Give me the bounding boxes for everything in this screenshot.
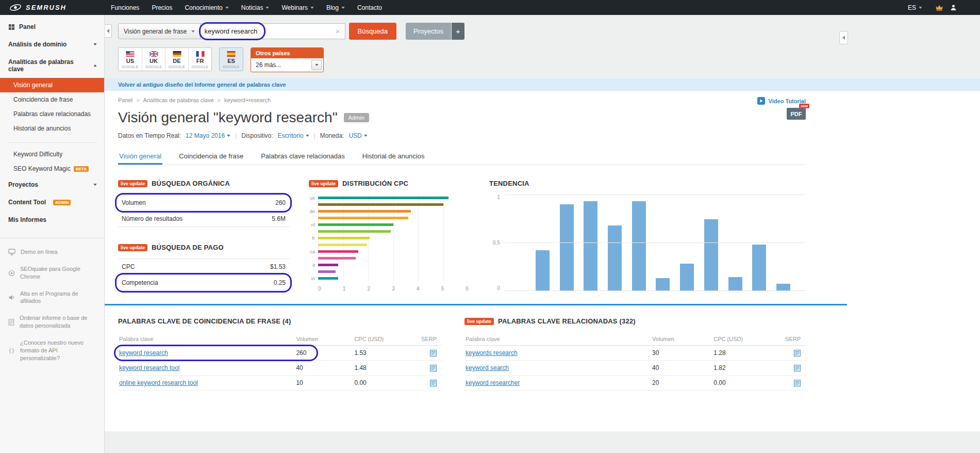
serp-icon[interactable] (794, 380, 801, 386)
sidebar-item-seo-keyword-magic[interactable]: SEO Keyword MagicBETA (0, 161, 104, 176)
navbar-item-precios[interactable]: Precios (145, 0, 178, 15)
old-design-link[interactable]: Volver al antiguo diseño del Informe gen… (118, 82, 286, 88)
cpc-chart-row (309, 268, 469, 275)
user-icon[interactable] (950, 4, 957, 11)
caret-down-icon (93, 43, 97, 45)
add-project-button[interactable]: + (452, 23, 464, 40)
keyword-link[interactable]: keyword research tool (119, 364, 179, 371)
navbar-item-blog[interactable]: Blog (320, 0, 351, 15)
currency-select[interactable]: USD (348, 132, 367, 139)
keyword-cell: online keyword research tool (118, 379, 296, 386)
navbar-item-noticias[interactable]: Noticias (235, 0, 276, 15)
serp-icon[interactable] (794, 365, 801, 371)
separator: | (314, 132, 315, 139)
crown-icon[interactable] (935, 5, 943, 11)
right-panel-collapse-button[interactable] (839, 31, 848, 44)
navbar-item-webinars[interactable]: Webinars (275, 0, 320, 15)
search-button[interactable]: Búsqueda (349, 23, 397, 40)
navbar-right: ES (902, 4, 980, 11)
navbar-item-label: Conocimiento (185, 4, 222, 11)
live-update-badge: live update (309, 180, 338, 187)
stat-value: 0.25 (274, 279, 286, 286)
country-tab-uk[interactable]: UKGOOGLE (142, 48, 165, 71)
sidebar-item-analisis-de-dominio[interactable]: Análisis de dominio (0, 36, 104, 53)
navbar-item-funciones[interactable]: Funciones (105, 0, 145, 15)
sidebar-item-mis-informes[interactable]: Mis Informes (0, 211, 104, 229)
chevron-down-icon (191, 30, 195, 33)
serp-icon[interactable] (430, 365, 437, 371)
cpc-chart: usdenlfrcaitin 0123456 (309, 195, 469, 292)
keyword-link[interactable]: online keyword research tool (119, 379, 198, 386)
sidebar-item-seoquake-para-google-chrome[interactable]: SEOquake para Google Chrome (0, 261, 104, 285)
semrush-logo[interactable]: SEMRUSH (9, 4, 105, 11)
report-type-select[interactable]: Visión general de frase (118, 23, 201, 39)
sidebar-item-demo-en-linea[interactable]: Demo en línea (0, 244, 104, 261)
breadcrumb-item-keyword-research: keyword+research (224, 97, 271, 103)
tab-palabras-clave-relacionadas[interactable]: Palabras clave relacionadas (260, 148, 346, 165)
navbar-item-conocimiento[interactable]: Conocimiento (178, 0, 235, 15)
cpc-chart-row: ca (309, 248, 469, 255)
tab-historial-de-anuncios[interactable]: Historial de anuncios (361, 148, 426, 165)
breadcrumb-item-panel[interactable]: Panel (118, 97, 132, 103)
sidebar-item-alta-en-el-programa-de-afiliados[interactable]: Alta en el Programa de afiliados (0, 285, 104, 310)
sidebar-item-proyectos[interactable]: Proyectos (0, 176, 104, 193)
keyword-link[interactable]: keyword research (119, 349, 168, 357)
date-value: 12 Mayo 2016 (186, 132, 225, 139)
trend-y-tick: 1 (497, 195, 500, 200)
breadcrumb-item-analiticas-de-palabras-clave[interactable]: Analíticas de palabras clave (143, 97, 214, 103)
tab-coincidencia-de-frase[interactable]: Coincidencia de frase (178, 148, 244, 165)
sidebar-item-panel[interactable]: Panel (0, 18, 104, 36)
trend-bar (632, 201, 646, 290)
navbar-item-contacto[interactable]: Contacto (351, 0, 388, 15)
cpc-row-label: in (309, 276, 318, 281)
cpc-bar (318, 223, 393, 226)
projects-button[interactable]: Proyectos (406, 23, 451, 40)
language-selector[interactable]: ES (902, 4, 928, 11)
date-select[interactable]: 12 Mayo 2016 (186, 132, 230, 139)
country-tab-fr[interactable]: FRGOOGLE (188, 48, 211, 71)
sidebar-item-keyword-difficulty[interactable]: Keyword Difficulty (0, 147, 104, 161)
clear-search-icon[interactable]: × (331, 27, 345, 36)
pdf-export-button[interactable]: PDF new (787, 108, 806, 120)
country-tab-es[interactable]: ESGOOGLE (220, 48, 243, 71)
sidebar-item-conoces-nuestro-nuevo-formato-de-api-personalizable[interactable]: {}¿Conoces nuestro nuevo formato de API … (0, 334, 104, 367)
device-label: Dispositivo: (241, 132, 273, 139)
paid-search-section: live update BÚSQUEDA DE PAGO CPC$1.53Com… (118, 243, 289, 291)
cpc-row-label: de (309, 208, 318, 214)
keyword-link[interactable]: keyword search (466, 364, 509, 371)
trend-plot (505, 195, 806, 291)
sidebar-collapse-button[interactable] (105, 24, 112, 38)
serp-icon[interactable] (794, 350, 801, 357)
other-countries-select[interactable]: 26 más... (251, 58, 323, 72)
sidebar-item-content-tool[interactable]: Content ToolADMIN (0, 193, 104, 211)
tab-vision-general[interactable]: Visión general (118, 148, 162, 165)
sidebar-item-analiticas-de-palabras-clave[interactable]: Analíticas de palabras clave (0, 53, 104, 78)
keyword-link[interactable]: keyword researcher (466, 379, 520, 386)
sidebar-item-historial-de-anuncios[interactable]: Historial de anuncios (0, 121, 104, 136)
search-input[interactable] (201, 27, 331, 35)
sidebar-item-label: Proyectos (8, 181, 38, 188)
country-tab-de[interactable]: DEGOOGLE (165, 48, 188, 71)
device-select[interactable]: Escritorio (278, 132, 309, 139)
sidebar-item-coincidencia-de-frase[interactable]: Coincidencia de frase (0, 92, 104, 107)
caret-down-icon (265, 7, 269, 9)
table-column-serp: SERP (409, 336, 442, 342)
keyword-cell: keyword research (118, 349, 296, 357)
serp-icon[interactable] (430, 350, 437, 357)
sidebar-item-palabras-clave-relacionadas[interactable]: Palabras clave relacionadas (0, 107, 104, 121)
sidebar-item-ordenar-informe-o-base-de-datos-personalizada[interactable]: Ordenar informe o base de datos personal… (0, 310, 104, 334)
admin-badge: Admin (344, 113, 369, 122)
cpc-row-label: nl (309, 222, 318, 228)
separator: | (235, 132, 237, 139)
sidebar-item-vision-general[interactable]: Visión general (0, 78, 104, 92)
trend-bar (560, 204, 574, 290)
cpc-cell: 1.53 (354, 349, 409, 357)
serp-icon[interactable] (430, 380, 437, 386)
table-column-palabra-clave: Palabra clave (464, 336, 652, 342)
keyword-link[interactable]: keywords research (466, 349, 518, 357)
sidebar-item-label: ¿Conoces nuestro nuevo formato de API pe… (20, 339, 96, 362)
video-tutorial-link[interactable]: Vídeo Tutorial (757, 97, 806, 105)
volume-cell: 40 (296, 364, 354, 371)
country-tab-us[interactable]: USGOOGLE (119, 48, 142, 71)
cpc-cell: 1.28 (713, 349, 772, 357)
